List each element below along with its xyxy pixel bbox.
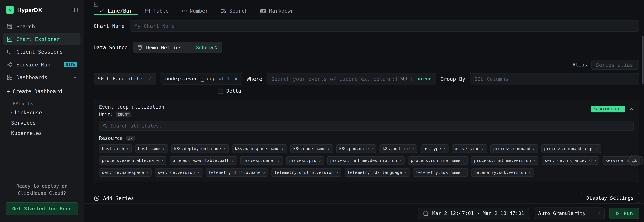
run-button[interactable]: Run bbox=[609, 208, 639, 219]
beta-badge: BETA bbox=[64, 62, 77, 67]
attribute-chip[interactable]: k8s.node.name› bbox=[290, 144, 333, 153]
attribute-chip[interactable]: telemetry.distro.name› bbox=[206, 168, 268, 177]
chart-name-row: Chart Name bbox=[94, 20, 639, 31]
chart-preview-icon bbox=[94, 2, 99, 7]
get-started-button[interactable]: Get Started for Free bbox=[6, 202, 78, 216]
sql-option[interactable]: SQL bbox=[400, 76, 408, 81]
schema-label: Schema bbox=[196, 44, 213, 50]
schema-button[interactable]: Schema bbox=[196, 44, 218, 50]
presets-section-toggle[interactable]: PRESETS bbox=[0, 97, 84, 107]
actions-row: Add Series Display Settings bbox=[94, 193, 639, 204]
attribute-chip[interactable]: service.instance.id› bbox=[542, 156, 599, 165]
alias-field bbox=[592, 60, 639, 70]
alias-input[interactable] bbox=[596, 62, 635, 68]
granularity-select[interactable]: Auto Granularity bbox=[534, 208, 605, 219]
series-row: 90th Percentile nodejs.event_loop.util ×… bbox=[94, 73, 639, 84]
remove-metric-icon[interactable]: × bbox=[234, 76, 238, 82]
attribute-chip[interactable]: k8s.namespace.name› bbox=[232, 144, 287, 153]
attribute-chip[interactable]: process.runtime.description› bbox=[328, 156, 405, 165]
tab-number[interactable]: 123 Number bbox=[176, 8, 214, 15]
chevron-right-icon: › bbox=[161, 158, 164, 163]
unit-badge: COUNT bbox=[116, 112, 132, 117]
attribute-chip[interactable]: k8s.pod.uid› bbox=[380, 144, 417, 153]
attribute-chip[interactable]: host.arch› bbox=[99, 144, 132, 153]
tab-table[interactable]: Table bbox=[140, 8, 174, 15]
chevron-right-icon: › bbox=[318, 158, 321, 163]
attribute-chip[interactable]: process.executable.name› bbox=[99, 156, 166, 165]
group-by-field bbox=[470, 73, 639, 84]
display-settings-button[interactable]: Display Settings bbox=[581, 193, 639, 204]
create-dashboard-label: Create Dashboard bbox=[13, 88, 62, 94]
group-by-input[interactable] bbox=[474, 76, 635, 82]
attributes-panel: Event loop utilization Unit: COUNT 27 AT… bbox=[94, 100, 639, 182]
attribute-chips-row: process.executable.name›process.executab… bbox=[99, 156, 634, 165]
chevron-right-icon: › bbox=[399, 158, 402, 163]
attribute-chip[interactable]: process.runtime.version› bbox=[471, 156, 538, 165]
chevron-right-icon: › bbox=[336, 170, 338, 175]
attribute-chip[interactable]: telemetry.sdk.name› bbox=[413, 168, 468, 177]
sidebar-item-chart-explorer[interactable]: Chart Explorer bbox=[3, 33, 80, 45]
attribute-chip[interactable]: telemetry.sdk.language› bbox=[345, 168, 410, 177]
attribute-chip[interactable]: process.runtime.name› bbox=[408, 156, 468, 165]
attribute-chip[interactable]: os.version› bbox=[452, 144, 487, 153]
chevron-right-icon: › bbox=[146, 170, 149, 175]
tab-markdown[interactable]: Markdown bbox=[255, 8, 299, 15]
sidebar-item-label: Client Sessions bbox=[16, 49, 63, 55]
chevron-right-icon: › bbox=[412, 146, 414, 151]
data-source-select[interactable]: Demo Metrics Schema bbox=[133, 42, 222, 53]
attribute-chip[interactable]: process.owner› bbox=[240, 156, 283, 165]
attribute-chip[interactable]: process.executable.path› bbox=[170, 156, 237, 165]
chevron-right-icon: › bbox=[528, 170, 531, 175]
preset-item-kubernetes[interactable]: Kubernetes bbox=[0, 128, 84, 138]
attribute-chip[interactable]: host.name› bbox=[135, 144, 168, 153]
time-range-picker[interactable]: Mar 2 12:47:01 - Mar 2 13:47:01 bbox=[418, 208, 530, 219]
where-input[interactable] bbox=[271, 76, 397, 82]
attribute-chip-label: telemetry.sdk.language bbox=[348, 170, 402, 175]
create-dashboard-button[interactable]: + Create Dashboard bbox=[0, 83, 84, 97]
scrollbar[interactable] bbox=[642, 36, 644, 84]
chart-preview-strip bbox=[94, 0, 639, 7]
add-series-button[interactable]: Add Series bbox=[94, 195, 134, 201]
unit-row: Unit: COUNT bbox=[99, 112, 164, 117]
attribute-chip[interactable]: telemetry.sdk.version› bbox=[471, 168, 534, 177]
tab-line-bar[interactable]: Line/Bar bbox=[94, 8, 138, 15]
attribute-search-input[interactable] bbox=[110, 123, 630, 129]
attribute-chip[interactable]: process.command› bbox=[490, 144, 538, 153]
sidebar-collapse-button[interactable] bbox=[72, 7, 78, 13]
attribute-search-field bbox=[99, 121, 634, 131]
attribute-chip[interactable]: k8s.deployment.name› bbox=[171, 144, 228, 153]
attributes-panel-header-left: Event loop utilization Unit: COUNT bbox=[99, 104, 164, 117]
attribute-chip[interactable]: process.command_args› bbox=[541, 144, 601, 153]
sidebar-nav: Search Chart Explorer Client Sessions Se… bbox=[0, 19, 84, 83]
chevron-up-icon bbox=[629, 107, 634, 111]
attribute-chip-label: service.namespace bbox=[102, 170, 144, 175]
attribute-chip-label: telemetry.sdk.name bbox=[416, 170, 460, 175]
deploy-text: Ready to deploy on ClickHouse Cloud? bbox=[6, 183, 78, 197]
attribute-chip-label: telemetry.sdk.version bbox=[474, 170, 526, 175]
tab-search[interactable]: Search bbox=[215, 8, 253, 15]
sidebar-item-client-sessions[interactable]: Client Sessions bbox=[3, 46, 80, 58]
attribute-chip-label: telemetry.distro.name bbox=[209, 170, 260, 175]
sidebar-item-dashboards[interactable]: Dashboards bbox=[3, 71, 80, 83]
play-icon bbox=[616, 211, 620, 216]
preset-item-clickhouse[interactable]: ClickHouse bbox=[0, 107, 84, 118]
query-language-toggle[interactable]: SQL | Lucene bbox=[400, 76, 432, 81]
attribute-chip[interactable]: service.version› bbox=[155, 168, 202, 177]
aggregation-select[interactable]: 90th Percentile bbox=[94, 73, 156, 84]
chart-name-input[interactable] bbox=[134, 23, 634, 29]
attribute-chip[interactable]: process.pid› bbox=[286, 156, 324, 165]
metric-chip[interactable]: nodejs.event_loop.util × bbox=[161, 73, 242, 84]
sidebar-item-service-map[interactable]: Service Map BETA bbox=[3, 59, 80, 71]
attribute-chip[interactable]: os.type› bbox=[421, 144, 448, 153]
attribute-chip[interactable]: service.namespace› bbox=[99, 168, 152, 177]
lucene-option[interactable]: Lucene bbox=[415, 76, 432, 81]
collapse-attributes-button[interactable] bbox=[629, 107, 634, 111]
sidebar-item-search[interactable]: Search bbox=[3, 20, 80, 32]
delta-checkbox[interactable] bbox=[218, 88, 223, 94]
filter-settings-button[interactable] bbox=[628, 155, 640, 167]
attribute-chip[interactable]: k8s.pod.name› bbox=[336, 144, 376, 153]
preset-item-services[interactable]: Services bbox=[0, 118, 84, 128]
where-field: SQL | Lucene bbox=[267, 73, 436, 84]
attribute-chip[interactable]: telemetry.distro.version› bbox=[272, 168, 342, 177]
chevron-right-icon: › bbox=[532, 146, 535, 151]
